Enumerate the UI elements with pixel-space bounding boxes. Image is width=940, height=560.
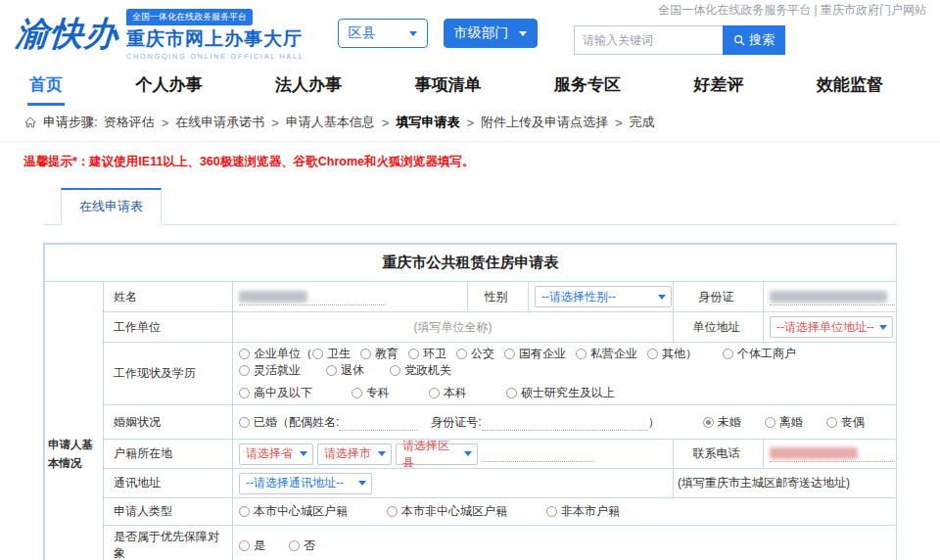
step-item-current: 填写申请表 — [396, 114, 459, 131]
radio-icon-checked — [703, 417, 714, 428]
step-item: 申请人基本信息 — [286, 114, 375, 131]
radio-option-yes[interactable]: 是 — [239, 537, 265, 554]
nav-item-efficiency-supervision[interactable]: 效能监督 — [815, 68, 885, 106]
phone-input[interactable] — [770, 445, 895, 462]
nav-item-rating[interactable]: 好差评 — [692, 68, 746, 106]
radio-icon — [723, 349, 733, 359]
step-item: 资格评估 — [104, 114, 155, 131]
radio-option[interactable]: 高中及以下 — [239, 385, 312, 401]
notice-wrap: 温馨提示*：建议使用IE11以上、360极速浏览器、谷歌Chrome和火狐浏览器… — [0, 141, 940, 178]
form-title: 重庆市公共租赁住房申请表 — [45, 245, 897, 282]
nav-item-service-zone[interactable]: 服务专区 — [552, 68, 623, 106]
county-select[interactable]: 请选择区县 — [396, 443, 478, 465]
radio-option[interactable]: 私营企业 — [576, 346, 637, 362]
step-separator: > — [466, 116, 474, 130]
radio-option[interactable]: 教育 — [360, 346, 399, 362]
contact-address-select[interactable]: --请选择通讯地址-- — [239, 473, 372, 494]
gender-select[interactable]: --请选择性别-- — [535, 286, 672, 307]
radio-icon — [360, 349, 371, 359]
radio-icon — [239, 349, 250, 359]
department-dropdown[interactable]: 市级部门 — [444, 19, 538, 48]
name-value-cell[interactable] — [233, 282, 468, 312]
name-input[interactable] — [239, 289, 386, 305]
spouse-id-label: 身份证号: — [431, 415, 481, 429]
radio-icon — [312, 349, 323, 359]
site-name: 重庆市网上办事大厅 — [126, 26, 305, 52]
nav-item-personal-affairs[interactable]: 个人办事 — [134, 68, 205, 106]
radio-option[interactable]: 卫生 — [312, 346, 351, 362]
radio-option[interactable]: 硕士研究生及以上 — [506, 385, 615, 401]
employer-input[interactable]: (填写单位全称) — [233, 312, 674, 343]
radio-option[interactable]: 企业单位 — [239, 346, 301, 362]
step-item: 附件上传及申请点选择 — [481, 114, 608, 131]
nav-item-home[interactable]: 首页 — [27, 68, 65, 106]
radio-option[interactable]: 其他 — [647, 346, 685, 362]
radio-option[interactable]: 本市中心城区户籍 — [239, 503, 348, 520]
household-selects: 请选择省 请选择市 请选择区县 — [233, 440, 674, 469]
radio-icon — [504, 349, 515, 359]
radio-option-no[interactable]: 否 — [289, 537, 315, 554]
chevron-down-icon — [879, 325, 887, 330]
chevron-down-icon — [378, 451, 386, 456]
nav-item-legal-person-affairs[interactable]: 法人办事 — [273, 68, 344, 106]
steps-prefix: 申请步骤: — [43, 114, 98, 131]
logo-banner: 全国一体化在线政务服务平台 — [126, 9, 253, 25]
gender-cell: --请选择性别-- — [529, 282, 674, 312]
name-label: 姓名 — [104, 282, 233, 312]
radio-option[interactable]: 公交 — [456, 346, 494, 362]
main-nav: 首页 个人办事 法人办事 事项清单 服务专区 好差评 效能监督 — [0, 63, 940, 106]
radio-option[interactable]: 非本市户籍 — [546, 503, 620, 520]
spouse-id-input[interactable] — [482, 414, 648, 431]
province-select[interactable]: 请选择省 — [239, 443, 313, 465]
radio-option-widowed[interactable]: 丧偶 — [826, 414, 865, 431]
radio-option[interactable]: 退休 — [326, 362, 364, 379]
radio-option[interactable]: 专科 — [352, 385, 390, 401]
step-separator: > — [615, 116, 623, 130]
radio-option[interactable]: 本市非中心城区户籍 — [387, 503, 507, 520]
radio-option[interactable]: 灵活就业 — [239, 362, 301, 379]
radio-option-divorced[interactable]: 离婚 — [765, 414, 803, 431]
search-button[interactable]: 搜索 — [723, 25, 785, 55]
radio-icon — [239, 365, 250, 376]
tab-bar: 在线申请表 — [43, 188, 897, 225]
radio-icon — [326, 365, 337, 376]
radio-icon — [352, 388, 362, 398]
nav-item-matter-list[interactable]: 事项清单 — [413, 68, 484, 106]
district-dropdown-label: 区县 — [349, 24, 376, 42]
radio-icon — [289, 540, 300, 551]
id-card-value-cell[interactable] — [764, 282, 897, 312]
radio-icon — [826, 417, 837, 428]
radio-icon — [647, 349, 658, 359]
radio-option[interactable]: 个体工商户 — [723, 346, 796, 362]
logo-meta: 全国一体化在线政务服务平台 重庆市网上办事大厅 CHONGQING ONLINE… — [126, 6, 305, 61]
radio-option[interactable]: 党政机关 — [390, 362, 451, 379]
household-detail-input[interactable] — [482, 445, 594, 462]
search-input[interactable] — [574, 25, 723, 55]
spouse-name-input[interactable] — [339, 414, 417, 431]
tab-online-application-form[interactable]: 在线申请表 — [61, 188, 162, 225]
household-label: 户籍所在地 — [104, 440, 233, 469]
search-button-label: 搜索 — [749, 31, 775, 49]
id-card-input[interactable] — [770, 289, 895, 305]
paren-close: ） — [685, 347, 697, 360]
city-select[interactable]: 请选择市 — [317, 443, 392, 465]
radio-option-unmarried[interactable]: 未婚 — [703, 414, 741, 431]
radio-icon — [456, 349, 467, 359]
radio-icon — [506, 388, 517, 398]
employer-addr-label: 单位地址 — [674, 312, 764, 343]
radio-icon — [546, 506, 557, 517]
radio-icon — [239, 506, 250, 517]
spouse-name-label: 配偶姓名: — [289, 415, 339, 429]
radio-icon — [576, 349, 587, 359]
step-separator: > — [271, 116, 279, 130]
district-dropdown[interactable]: 区县 — [338, 19, 428, 48]
phone-value-cell[interactable] — [764, 440, 897, 469]
radio-option[interactable]: 国有企业 — [504, 346, 566, 362]
radio-icon — [390, 365, 400, 376]
contact-address-cell: --请选择通讯地址-- — [233, 469, 674, 498]
employer-addr-select[interactable]: --请选择单位地址-- — [770, 316, 893, 338]
radio-option-married[interactable]: 已婚 — [239, 414, 277, 431]
radio-option[interactable]: 环卫 — [408, 346, 446, 362]
radio-icon — [387, 506, 398, 517]
radio-option[interactable]: 本科 — [429, 385, 467, 401]
